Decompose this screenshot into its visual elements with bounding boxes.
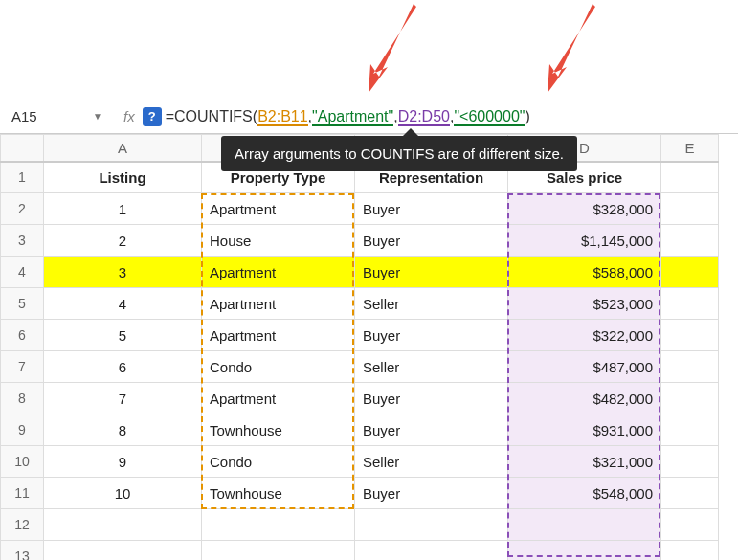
row-header[interactable]: 2 — [1, 193, 44, 225]
cell[interactable]: $482,000 — [508, 383, 661, 414]
formula-input[interactable]: =COUNTIFS(B2:B11,"Apartment",D2:D50,"<60… — [166, 108, 530, 125]
cell[interactable]: 2 — [44, 225, 202, 257]
cell[interactable] — [355, 509, 508, 541]
cell[interactable]: $523,000 — [508, 288, 661, 320]
row-header[interactable]: 13 — [1, 541, 44, 561]
cell[interactable]: Condo — [202, 446, 355, 478]
cell[interactable] — [661, 414, 719, 446]
spreadsheet-grid[interactable]: A B C D E 1ListingProperty TypeRepresent… — [0, 134, 719, 560]
formula-criteria1: "Apartment" — [312, 108, 393, 126]
cell[interactable] — [661, 478, 719, 509]
cell[interactable] — [661, 351, 719, 383]
cell[interactable]: 1 — [44, 193, 202, 225]
cell[interactable] — [661, 193, 719, 225]
cell[interactable]: $1,145,000 — [508, 225, 661, 257]
cell[interactable]: $321,000 — [508, 446, 661, 478]
cell[interactable]: 5 — [44, 320, 202, 351]
formula-range2: D2:D50 — [398, 108, 450, 126]
row-header[interactable]: 5 — [1, 288, 44, 320]
cell[interactable]: 6 — [44, 351, 202, 383]
formula-func: =COUNTIFS( — [166, 108, 257, 124]
cell[interactable]: Buyer — [355, 414, 508, 446]
select-all-corner[interactable] — [1, 135, 44, 162]
cell[interactable] — [661, 446, 719, 478]
row-header[interactable]: 4 — [1, 257, 44, 288]
row-header[interactable]: 7 — [1, 351, 44, 383]
cell[interactable]: Buyer — [355, 193, 508, 225]
cell[interactable]: Buyer — [355, 383, 508, 414]
cell[interactable] — [202, 541, 355, 561]
cell[interactable]: Condo — [202, 351, 355, 383]
row-header[interactable]: 11 — [1, 478, 44, 509]
cell[interactable]: 7 — [44, 383, 202, 414]
cell[interactable]: Apartment — [202, 257, 355, 288]
name-box[interactable]: A15 — [8, 108, 89, 124]
cell[interactable]: Seller — [355, 288, 508, 320]
cell[interactable]: Buyer — [355, 225, 508, 257]
annotation-arrow-right — [524, 2, 619, 105]
cell[interactable] — [661, 383, 719, 414]
cell[interactable]: Apartment — [202, 383, 355, 414]
cell[interactable]: Seller — [355, 446, 508, 478]
cell[interactable] — [508, 509, 661, 541]
cell[interactable]: $588,000 — [508, 257, 661, 288]
cell[interactable]: Apartment — [202, 193, 355, 225]
cell[interactable]: $548,000 — [508, 478, 661, 509]
row-header[interactable]: 10 — [1, 446, 44, 478]
formula-criteria2: "<600000" — [454, 108, 525, 126]
cell[interactable]: House — [202, 225, 355, 257]
cell[interactable] — [661, 162, 719, 193]
error-tooltip: Array arguments to COUNTIFS are of diffe… — [221, 136, 577, 171]
cell[interactable]: Apartment — [202, 320, 355, 351]
cell[interactable] — [44, 509, 202, 541]
cell[interactable]: Apartment — [202, 288, 355, 320]
cell[interactable]: 10 — [44, 478, 202, 509]
cell[interactable]: $487,000 — [508, 351, 661, 383]
row-header[interactable]: 1 — [1, 162, 44, 193]
formula-range1: B2:B11 — [257, 108, 307, 126]
cell[interactable]: $322,000 — [508, 320, 661, 351]
cell[interactable]: Buyer — [355, 320, 508, 351]
fx-label: fx — [123, 108, 135, 124]
cell[interactable] — [661, 257, 719, 288]
cell[interactable]: Townhouse — [202, 414, 355, 446]
cell[interactable]: 4 — [44, 288, 202, 320]
col-header-A[interactable]: A — [44, 135, 202, 162]
row-header[interactable]: 9 — [1, 414, 44, 446]
cell[interactable] — [661, 288, 719, 320]
cell[interactable]: 8 — [44, 414, 202, 446]
row-header[interactable]: 12 — [1, 509, 44, 541]
cell[interactable] — [202, 509, 355, 541]
cell[interactable]: $931,000 — [508, 414, 661, 446]
cell[interactable] — [44, 541, 202, 561]
formula-help-icon[interactable]: ? — [143, 107, 162, 126]
cell[interactable]: 9 — [44, 446, 202, 478]
cell[interactable] — [661, 225, 719, 257]
cell[interactable]: Listing — [44, 162, 202, 193]
annotation-arrow-left — [345, 2, 440, 105]
cell[interactable]: $328,000 — [508, 193, 661, 225]
row-header[interactable]: 6 — [1, 320, 44, 351]
cell[interactable]: Townhouse — [202, 478, 355, 509]
name-box-dropdown-icon[interactable]: ▼ — [89, 111, 106, 122]
row-header[interactable]: 3 — [1, 225, 44, 257]
formula-close: ) — [525, 108, 529, 124]
row-header[interactable]: 8 — [1, 383, 44, 414]
cell[interactable] — [355, 541, 508, 561]
cell[interactable] — [508, 541, 661, 561]
col-header-E[interactable]: E — [661, 135, 719, 162]
cell[interactable]: Seller — [355, 351, 508, 383]
cell[interactable] — [661, 541, 719, 561]
cell[interactable] — [661, 320, 719, 351]
cell[interactable]: Buyer — [355, 257, 508, 288]
cell[interactable] — [661, 509, 719, 541]
cell[interactable]: Buyer — [355, 478, 508, 509]
cell[interactable]: 3 — [44, 257, 202, 288]
